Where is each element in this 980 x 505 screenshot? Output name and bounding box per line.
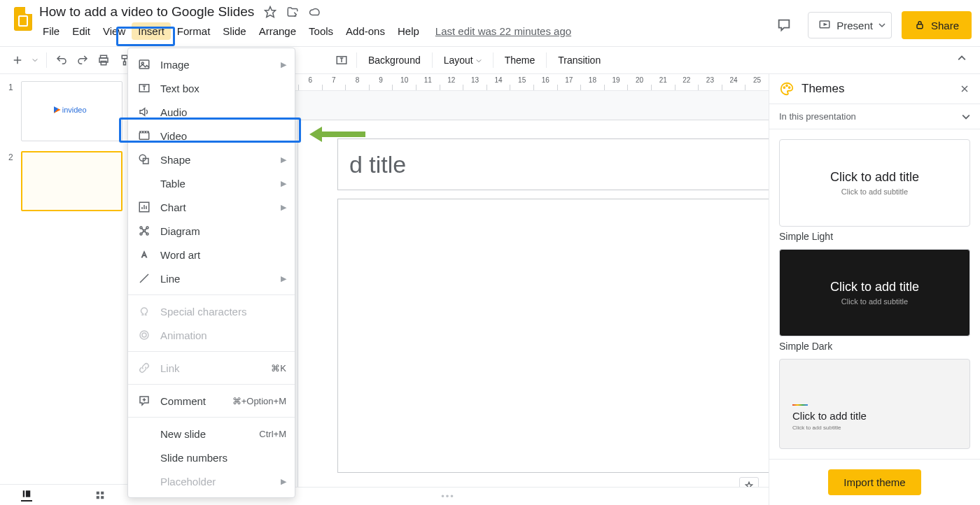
svg-marker-0	[265, 7, 276, 17]
chart-icon	[138, 201, 150, 213]
menu-format[interactable]: Format	[171, 22, 217, 40]
filmstrip-slide[interactable]: 1 invideo	[0, 81, 127, 151]
move-to-folder-icon[interactable]	[286, 6, 299, 18]
menu-file[interactable]: File	[36, 22, 66, 40]
insert-shape[interactable]: Shape▶	[128, 148, 295, 171]
last-edit-link[interactable]: Last edit was 22 minutes ago	[435, 25, 571, 37]
close-panel-button[interactable]	[959, 83, 970, 94]
insert-placeholder: Placeholder▶	[128, 469, 295, 493]
insert-textbox[interactable]: Text box	[128, 76, 295, 100]
menu-tools[interactable]: Tools	[302, 22, 340, 40]
new-slide-menu-button[interactable]	[28, 55, 42, 66]
share-label: Share	[931, 20, 959, 31]
toolbar-layout[interactable]: Layout	[437, 52, 489, 69]
svg-point-28	[140, 331, 148, 339]
cloud-status-icon[interactable]	[309, 6, 321, 18]
svg-point-22	[140, 227, 142, 229]
print-button[interactable]	[93, 51, 114, 69]
menu-view[interactable]: View	[97, 22, 132, 40]
themes-panel: Themes In this presentation Click to add…	[769, 74, 980, 505]
menu-edit[interactable]: Edit	[66, 22, 97, 40]
insert-video[interactable]: Video	[128, 124, 295, 148]
undo-button[interactable]	[51, 51, 72, 69]
insert-chart[interactable]: Chart▶	[128, 195, 295, 219]
menu-arrange[interactable]: Arrange	[253, 22, 302, 40]
filmstrip-view-button[interactable]	[21, 489, 32, 502]
new-slide-button[interactable]	[7, 51, 28, 69]
grid-view-button[interactable]	[95, 490, 105, 500]
slide-number: 2	[8, 151, 15, 211]
video-icon	[138, 129, 150, 142]
slides-logo-icon[interactable]	[14, 7, 32, 31]
theme-card-simple-dark[interactable]: Click to add title Click to add subtitle	[779, 249, 970, 336]
menu-slide[interactable]: Slide	[216, 22, 252, 40]
insert-new-slide[interactable]: New slide Ctrl+M	[128, 422, 295, 446]
omega-icon	[138, 305, 150, 318]
line-icon	[138, 272, 150, 285]
insert-audio[interactable]: Audio	[128, 100, 295, 124]
filmstrip-view-controls	[0, 484, 127, 505]
themes-title: Themes	[802, 82, 844, 96]
invideo-logo-icon: invideo	[54, 106, 87, 114]
present-label: Present	[836, 20, 873, 31]
svg-rect-17	[144, 131, 145, 133]
slide-thumbnail[interactable]: invideo	[21, 81, 122, 141]
svg-point-9	[786, 85, 788, 87]
menu-help[interactable]: Help	[391, 22, 426, 40]
toolbar-transition[interactable]: Transition	[551, 52, 608, 69]
accent-bar-icon	[792, 404, 808, 406]
palette-icon	[779, 81, 794, 97]
comment-icon	[138, 394, 150, 407]
slide-title-placeholder[interactable]: d title	[337, 138, 769, 190]
svg-rect-33	[97, 496, 99, 499]
svg-rect-34	[101, 496, 104, 499]
import-theme-button[interactable]: Import theme	[828, 469, 920, 495]
menu-addons[interactable]: Add-ons	[340, 22, 391, 40]
svg-rect-14	[139, 133, 149, 140]
filmstrip-slide[interactable]: 2	[0, 151, 127, 221]
doc-title[interactable]: How to add a video to Google Slides	[39, 4, 254, 20]
diagram-icon	[138, 225, 150, 237]
theme-card-streamline[interactable]: Click to add title Click to add subtitle	[779, 359, 970, 449]
menu-insert[interactable]: Insert	[132, 22, 171, 40]
insert-textbox-button[interactable]	[331, 51, 352, 69]
image-icon	[138, 58, 150, 71]
svg-rect-3	[917, 24, 923, 29]
open-comments-icon[interactable]	[770, 13, 798, 38]
slide-thumbnail-selected[interactable]	[21, 151, 122, 211]
collapse-toolbar-button[interactable]	[958, 54, 966, 62]
slide-body-placeholder[interactable]	[337, 199, 769, 473]
insert-slide-numbers[interactable]: Slide numbers	[128, 446, 295, 469]
drag-handle-icon[interactable]: •••	[441, 491, 455, 502]
insert-image[interactable]: Image▶	[128, 52, 295, 76]
theme-label: Simple Light	[779, 231, 970, 242]
chevron-down-icon	[962, 113, 970, 121]
insert-comment[interactable]: Comment ⌘+Option+M	[128, 389, 295, 413]
insert-special-characters: Special characters	[128, 299, 295, 323]
svg-rect-16	[141, 131, 143, 133]
insert-link: Link ⌘K	[128, 356, 295, 380]
present-options-button[interactable]	[874, 12, 892, 38]
present-button[interactable]: Present	[808, 12, 883, 38]
svg-point-24	[140, 233, 142, 235]
themes-section-toggle[interactable]: In this presentation	[769, 104, 980, 129]
star-icon[interactable]	[264, 6, 276, 18]
annotation-arrow-icon	[309, 127, 365, 142]
toolbar-theme[interactable]: Theme	[498, 52, 542, 69]
slide[interactable]: d title	[298, 120, 769, 491]
share-button[interactable]: Share	[902, 11, 972, 39]
toolbar-background[interactable]: Background	[361, 52, 428, 69]
slide-number: 1	[8, 81, 15, 141]
insert-dropdown: Image▶ Text box Audio Video Shape▶ Table…	[127, 48, 295, 498]
redo-button[interactable]	[72, 51, 93, 69]
svg-rect-31	[97, 491, 99, 494]
insert-table[interactable]: Table▶	[128, 171, 295, 195]
insert-diagram[interactable]: Diagram	[128, 219, 295, 243]
theme-card-simple-light[interactable]: Click to add title Click to add subtitle	[779, 139, 970, 227]
app-header: How to add a video to Google Slides File…	[0, 0, 980, 46]
shape-icon	[138, 153, 150, 166]
insert-line[interactable]: Line▶	[128, 266, 295, 290]
svg-point-25	[146, 233, 148, 235]
svg-marker-2	[825, 24, 827, 25]
insert-wordart[interactable]: Word art	[128, 243, 295, 266]
